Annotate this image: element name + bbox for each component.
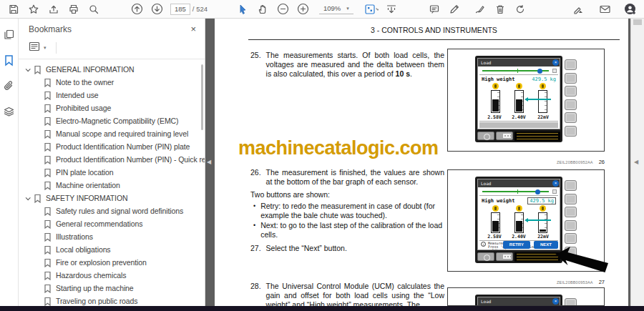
bookmark-item-label: Product Identification Number (PIN) - Qu… [56, 155, 205, 164]
app-body: Bookmarks × ▾ GENERAL INFORMATION [0, 19, 644, 306]
bookmark-icon [44, 207, 52, 216]
bookmark-item[interactable]: Note to the owner [19, 76, 205, 89]
bookmark-item[interactable]: Intended use [19, 89, 205, 102]
bookmark-icon [44, 91, 52, 100]
zoom-in-icon[interactable] [295, 2, 311, 16]
save-icon[interactable] [6, 2, 21, 16]
bookmark-item-label: Local obligations [56, 245, 111, 254]
page-view-icon[interactable] [364, 2, 379, 16]
bookmark-options-icon[interactable] [29, 41, 40, 54]
attachments-icon[interactable] [2, 79, 16, 93]
email-icon[interactable] [597, 2, 613, 16]
bookmark-item[interactable]: Traveling on public roads [19, 295, 205, 306]
bullet-retry: •Retry: to redo the measurement in case … [253, 202, 444, 220]
figure-3: Load × [447, 287, 605, 306]
chevron-down-icon[interactable] [26, 66, 31, 71]
bookmarks-panel-icon[interactable] [2, 53, 16, 67]
bookmark-item-label: Electro-Magnetic Compatibility (EMC) [56, 117, 178, 125]
page-total-label: / 524 [192, 5, 208, 13]
bookmarks-scrollbar[interactable] [201, 64, 203, 130]
zoom-level-dropdown[interactable]: 109% ▾ [319, 4, 353, 14]
rotate-icon[interactable] [512, 2, 528, 16]
document-scrollbar-thumb[interactable] [633, 19, 642, 25]
bookmark-item[interactable]: Product Identification Number (PIN) plat… [19, 140, 205, 153]
bookmark-icon [44, 232, 52, 242]
comment-icon[interactable] [426, 2, 442, 16]
search-icon[interactable] [86, 2, 102, 16]
bookmark-item[interactable]: Product Identification Number (PIN) - Qu… [19, 153, 205, 166]
bookmarks-panel-title: Bookmarks [29, 24, 72, 34]
bookmark-icon [44, 104, 52, 113]
bookmark-item-label: General recommendations [56, 219, 142, 228]
figure-weight-value: 429.5 kg [527, 197, 556, 204]
bookmark-icon [44, 155, 52, 164]
bookmark-item[interactable]: Local obligations [19, 243, 205, 256]
figure-grid-button [496, 252, 513, 261]
figure-2-caption: ZEIL20BB00953AA27 [447, 274, 605, 287]
bookmark-icon [44, 219, 52, 229]
figure-voltage-2: 2.40V [508, 234, 530, 240]
zoom-out-icon[interactable] [275, 2, 291, 16]
step-25: 25. The measurements starts. Of both loa… [250, 51, 444, 79]
bookmark-item[interactable]: Machine orientation [19, 179, 205, 192]
panel-nav-strip [0, 19, 19, 306]
figure-progress-slider [479, 66, 558, 75]
figure-console-bar [477, 131, 560, 141]
star-icon[interactable] [26, 2, 42, 16]
bookmark-icon [44, 271, 52, 280]
signature-icon[interactable] [472, 2, 488, 16]
trash-icon[interactable] [492, 2, 508, 16]
bookmark-item[interactable]: Electro-Magnetic Compatibility (EMC) [19, 114, 205, 127]
figure-grid-button [496, 132, 513, 140]
figure-weight-value: 429.5 kg [532, 76, 556, 82]
pencil-icon[interactable] [447, 2, 462, 16]
print-icon[interactable] [66, 2, 82, 16]
bookmark-item[interactable]: Fire or explosion prevention [19, 256, 205, 269]
page-up-icon[interactable] [129, 2, 145, 16]
bookmark-item-label: Manual scope and required training level [56, 129, 188, 138]
chevron-down-icon[interactable]: ▾ [44, 45, 47, 51]
fill-sign-icon[interactable] [571, 2, 587, 16]
figure-next-button: NEXT [534, 241, 558, 249]
bookmark-icon [44, 142, 52, 152]
bookmark-item-label: Hazardous chemicals [56, 271, 126, 280]
bookmark-item-label: Illustrations [56, 232, 93, 241]
figure-voltage-1: 2.58V [484, 234, 505, 240]
collapse-panel-icon[interactable]: ◀ [634, 159, 638, 165]
bookmark-item[interactable]: GENERAL INFORMATION [19, 63, 205, 76]
figure-info-panel [514, 252, 560, 262]
fit-width-icon[interactable] [384, 2, 399, 16]
share-upload-icon[interactable] [46, 2, 62, 16]
bookmark-item[interactable]: Illustrations [19, 230, 205, 243]
zoom-level-value: 109% [323, 4, 341, 12]
bookmark-item[interactable]: Starting up the machine [19, 282, 205, 295]
chevron-down-icon[interactable] [26, 195, 31, 200]
warning-icon [540, 205, 546, 212]
close-icon[interactable]: × [190, 25, 196, 34]
figure-gauge-1 [487, 205, 504, 234]
bookmark-item[interactable]: Prohibited usage [19, 102, 205, 114]
two-buttons-text: Two buttons are shown: [250, 190, 444, 199]
bookmark-item[interactable]: Safety rules and signal word definitions [19, 204, 205, 217]
page-down-icon[interactable] [149, 2, 165, 16]
bookmark-item[interactable]: Manual scope and required training level [19, 127, 205, 140]
hand-tool-icon[interactable] [255, 2, 270, 16]
layers-icon[interactable] [2, 104, 16, 119]
bookmark-item[interactable]: Hazardous chemicals [19, 269, 205, 282]
step-26: 26.The measurement is finished, the valu… [250, 168, 444, 187]
page-number-input[interactable]: 185 [170, 4, 190, 15]
account-avatar-icon[interactable] [623, 2, 638, 16]
bookmark-item[interactable]: SAFETY INFORMATION [19, 192, 205, 204]
page-thumbnails-icon[interactable] [2, 27, 16, 41]
bookmark-item-label: SAFETY INFORMATION [46, 194, 128, 202]
select-tool-icon[interactable] [235, 2, 250, 16]
bookmark-item[interactable]: General recommendations [19, 217, 205, 230]
pointer-arrow-icon [555, 246, 610, 276]
bookmarks-panel: Bookmarks × ▾ GENERAL INFORMATION [19, 19, 205, 306]
figure-screen-titlebar: Load × [478, 297, 560, 305]
collapse-panel-icon[interactable]: ◀ [207, 159, 211, 165]
bookmark-icon [44, 117, 52, 126]
bookmark-icon [44, 129, 52, 139]
bookmark-item-label: PIN plate location [56, 168, 114, 177]
bookmark-item[interactable]: PIN plate location [19, 166, 205, 179]
